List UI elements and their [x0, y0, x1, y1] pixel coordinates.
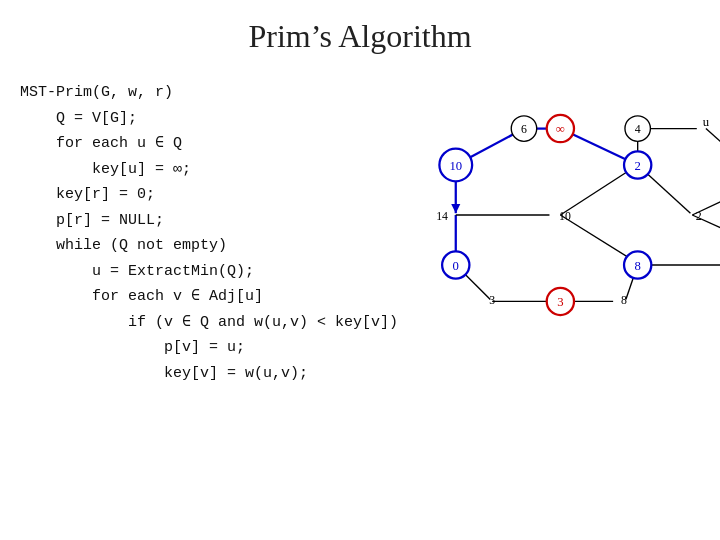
svg-text:2: 2	[635, 159, 641, 173]
svg-text:6: 6	[521, 122, 527, 136]
svg-text:u: u	[703, 115, 710, 129]
svg-text:3: 3	[558, 295, 564, 309]
code-line-3: for each u ∈ Q	[20, 131, 373, 157]
content-area: MST-Prim(G, w, r) Q = V[G]; for each u ∈…	[0, 65, 720, 386]
code-line-9: for each v ∈ Adj[u]	[20, 284, 373, 310]
code-line-4: key[u] = ∞;	[20, 157, 373, 183]
svg-line-5	[706, 129, 720, 165]
svg-text:8: 8	[622, 293, 628, 307]
code-line-2: Q = V[G];	[20, 106, 373, 132]
svg-text:10: 10	[559, 209, 571, 223]
code-line-10: if (v ∈ Q and w(u,v) < key[v])	[20, 310, 373, 336]
code-line-8: u = ExtractMin(Q);	[20, 259, 373, 285]
svg-text:10: 10	[450, 159, 463, 173]
code-line-5: key[r] = 0;	[20, 182, 373, 208]
code-line-1: MST-Prim(G, w, r)	[20, 80, 373, 106]
page-title: Prim’s Algorithm	[0, 0, 720, 65]
code-line-7: while (Q not empty)	[20, 233, 373, 259]
page: Prim’s Algorithm MST-Prim(G, w, r) Q = V…	[0, 0, 720, 540]
code-line-12: key[v] = w(u,v);	[20, 361, 373, 387]
code-line-11: p[v] = u;	[20, 335, 373, 361]
svg-text:0: 0	[453, 259, 459, 273]
svg-text:4: 4	[635, 122, 641, 136]
svg-text:∞: ∞	[556, 122, 565, 136]
code-line-6: p[r] = NULL;	[20, 208, 373, 234]
code-block: MST-Prim(G, w, r) Q = V[G]; for each u ∈…	[20, 70, 373, 386]
graph-diagram: 10 6 ∞ 4 u 9 ∞ 2	[383, 60, 720, 370]
svg-text:2: 2	[696, 209, 702, 223]
svg-text:14: 14	[437, 209, 449, 223]
svg-line-13	[693, 165, 720, 215]
svg-text:8: 8	[635, 259, 641, 273]
graph-svg: 10 6 ∞ 4 u 9 ∞ 2	[383, 60, 720, 370]
svg-text:3: 3	[490, 293, 496, 307]
svg-marker-21	[452, 204, 461, 213]
